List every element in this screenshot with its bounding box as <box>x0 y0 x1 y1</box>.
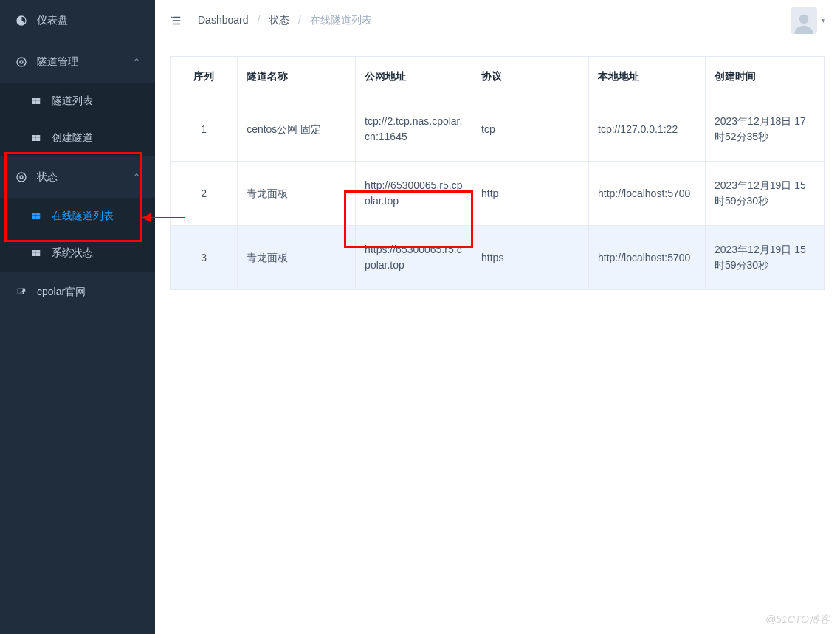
svg-point-1 <box>20 61 23 63</box>
cell-time: 2023年12月18日 17时52分35秒 <box>705 97 824 162</box>
cell-name: 青龙面板 <box>238 162 356 226</box>
cell-local: http://localhost:5700 <box>589 162 706 226</box>
cell-url: https://65300065.r5.cpolar.top <box>356 226 472 290</box>
breadcrumb-sep: / <box>257 14 260 26</box>
table-header-row: 序列 隧道名称 公网地址 协议 本地地址 创建时间 <box>171 57 825 97</box>
avatar <box>791 7 817 34</box>
sidebar-item-label: 系统状态 <box>52 247 93 260</box>
cell-proto: tcp <box>472 97 589 162</box>
table-row[interactable]: 3 青龙面板 https://65300065.r5.cpolar.top ht… <box>171 226 825 290</box>
chevron-up-icon: ⌃ <box>133 57 140 67</box>
cell-seq: 2 <box>171 162 238 226</box>
cell-seq: 3 <box>171 226 238 290</box>
table-icon <box>30 247 43 260</box>
cell-proto: https <box>472 226 589 290</box>
breadcrumb: Dashboard / 状态 / 在线隧道列表 <box>198 14 372 27</box>
cell-time: 2023年12月19日 15时59分30秒 <box>705 226 824 290</box>
tunnel-table: 序列 隧道名称 公网地址 协议 本地地址 创建时间 1 centos公网 固定 … <box>170 56 825 290</box>
svg-rect-5 <box>32 135 41 141</box>
th-seq: 序列 <box>171 57 238 97</box>
sidebar-item-cpolar-site[interactable]: cpolar官网 <box>0 272 155 313</box>
sidebar-item-label: 隧道管理 <box>37 55 78 69</box>
cell-local: tcp://127.0.0.1:22 <box>589 97 706 162</box>
svg-point-9 <box>20 176 23 179</box>
th-time: 创建时间 <box>705 57 824 97</box>
user-menu[interactable]: ▾ <box>791 7 825 34</box>
table-icon <box>30 210 43 223</box>
sidebar: 仪表盘 隧道管理 ⌃ 隧道列表 创建隧道 状态 ⌃ <box>0 0 155 634</box>
sidebar-item-dashboard[interactable]: 仪表盘 <box>0 0 155 41</box>
th-proto: 协议 <box>472 57 589 97</box>
th-url: 公网地址 <box>356 57 472 97</box>
cell-local: http://localhost:5700 <box>589 226 706 290</box>
menu-toggle-icon[interactable] <box>170 14 183 27</box>
cell-url: tcp://2.tcp.nas.cpolar.cn:11645 <box>356 97 472 162</box>
breadcrumb-item-current: 在线隧道列表 <box>310 14 372 26</box>
cell-url: http://65300065.r5.cpolar.top <box>356 162 472 226</box>
svg-rect-2 <box>32 98 41 104</box>
sidebar-item-label: cpolar官网 <box>37 286 86 299</box>
svg-rect-10 <box>32 213 41 219</box>
breadcrumb-sep: / <box>298 14 301 26</box>
cell-seq: 1 <box>171 97 238 162</box>
th-name: 隧道名称 <box>238 57 356 97</box>
svg-point-8 <box>17 173 26 182</box>
svg-point-20 <box>799 14 809 24</box>
sidebar-item-label: 仪表盘 <box>37 14 68 27</box>
topbar: Dashboard / 状态 / 在线隧道列表 ▾ <box>155 0 840 41</box>
th-local: 本地地址 <box>589 57 706 97</box>
caret-down-icon: ▾ <box>822 16 825 24</box>
breadcrumb-item[interactable]: 状态 <box>269 14 289 26</box>
svg-point-0 <box>17 58 26 66</box>
sidebar-item-label: 在线隧道列表 <box>52 210 114 223</box>
sidebar-item-system-status[interactable]: 系统状态 <box>0 235 155 272</box>
sidebar-item-label: 隧道列表 <box>52 94 93 108</box>
sidebar-item-label: 创建隧道 <box>52 131 93 145</box>
chevron-up-icon: ⌃ <box>133 172 140 182</box>
breadcrumb-item[interactable]: Dashboard <box>198 14 249 26</box>
watermark: @51CTO博客 <box>765 613 830 627</box>
sidebar-item-tunnel-list[interactable]: 隧道列表 <box>0 83 155 120</box>
sidebar-item-create-tunnel[interactable]: 创建隧道 <box>0 120 155 156</box>
cell-name: centos公网 固定 <box>238 97 356 162</box>
sidebar-item-label: 状态 <box>37 170 58 184</box>
table-row[interactable]: 1 centos公网 固定 tcp://2.tcp.nas.cpolar.cn:… <box>171 97 825 162</box>
table-icon <box>30 131 43 145</box>
sidebar-item-tunnel-manage[interactable]: 隧道管理 ⌃ <box>0 41 155 83</box>
cell-proto: http <box>472 162 589 226</box>
cell-name: 青龙面板 <box>238 226 356 290</box>
table-row[interactable]: 2 青龙面板 http://65300065.r5.cpolar.top htt… <box>171 162 825 226</box>
svg-rect-13 <box>32 250 41 256</box>
tunnel-icon <box>15 55 28 69</box>
cell-time: 2023年12月19日 15时59分30秒 <box>705 162 824 226</box>
status-icon <box>15 170 28 184</box>
sidebar-item-online-tunnels[interactable]: 在线隧道列表 <box>0 198 155 235</box>
main-content: Dashboard / 状态 / 在线隧道列表 ▾ 序列 隧道 <box>155 0 840 634</box>
external-icon <box>15 286 28 299</box>
sidebar-item-status[interactable]: 状态 ⌃ <box>0 156 155 198</box>
dashboard-icon <box>15 14 28 27</box>
table-icon <box>30 94 43 108</box>
